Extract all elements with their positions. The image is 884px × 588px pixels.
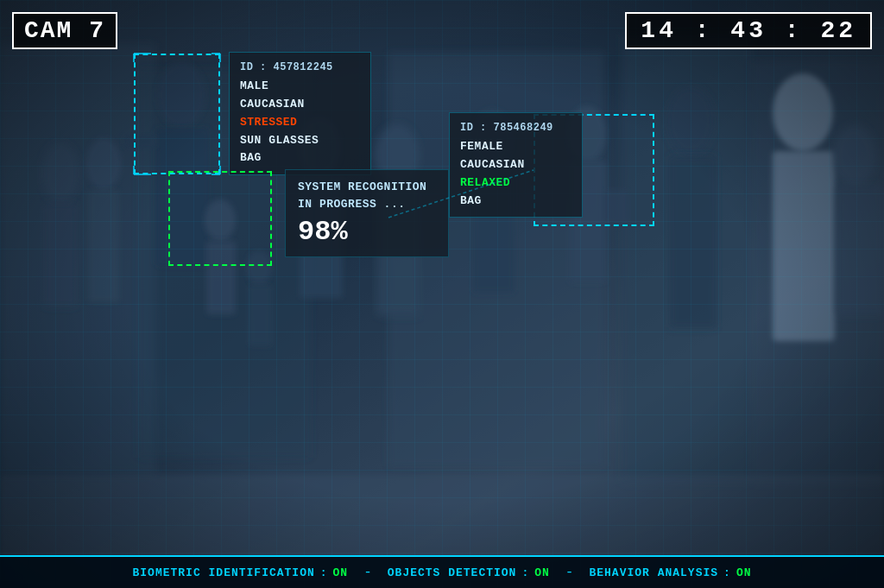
cam-label: CAM 7 [12, 12, 117, 49]
gender-1: MALE [240, 78, 360, 96]
timestamp: 14 : 43 : 22 [625, 12, 872, 49]
status-biometric: BIOMETRIC IDENTIFICATION : ON [133, 566, 349, 579]
detection-box-male [134, 54, 220, 174]
status-behavior: BEHAVIOR ANALYSIS : ON [589, 566, 751, 579]
ethnicity-1: CAUCASIAN [240, 96, 360, 114]
ethnicity-2: CAUCASIAN [460, 156, 571, 174]
status-bar: BIOMETRIC IDENTIFICATION : ON - OBJECTS … [0, 555, 884, 588]
separator-2: - [565, 565, 574, 580]
colon-2: : [521, 566, 529, 579]
objects-label: OBJECTS DETECTION [388, 566, 517, 579]
biometric-value: ON [333, 566, 349, 579]
biometric-label: BIOMETRIC IDENTIFICATION [133, 566, 315, 579]
objects-value: ON [534, 566, 550, 579]
status-objects: OBJECTS DETECTION : ON [388, 566, 550, 579]
behavior-value: ON [736, 566, 752, 579]
attr-glasses: SUN GLASSES [240, 132, 360, 150]
gender-2: FEMALE [460, 138, 571, 156]
attr-bag-2: BAG [460, 193, 571, 211]
colon-1: : [320, 566, 328, 579]
separator-1: - [363, 565, 372, 580]
emotion-1: STRESSED [240, 114, 360, 132]
recognition-panel: SYSTEM RECOGNITIONIN PROGRESS ... 98% [285, 169, 449, 257]
detection-id-2: ID : 785468249 [460, 120, 571, 136]
surveillance-screen: CAM 7 14 : 43 : 22 ID : 457812245 MALE C… [0, 0, 884, 588]
emotion-2: RELAXED [460, 174, 571, 193]
info-panel-male: ID : 457812245 MALE CAUCASIAN STRESSED S… [229, 52, 371, 175]
attr-bag-1: BAG [240, 149, 360, 168]
vignette [0, 0, 884, 588]
recognition-percent: 98% [298, 216, 436, 248]
recognition-title: SYSTEM RECOGNITIONIN PROGRESS ... [298, 179, 436, 212]
detection-id-1: ID : 457812245 [240, 60, 360, 76]
colon-3: : [723, 566, 731, 579]
recognition-box [168, 171, 272, 266]
info-panel-female: ID : 785468249 FEMALE CAUCASIAN RELAXED … [449, 112, 583, 218]
behavior-label: BEHAVIOR ANALYSIS [589, 566, 718, 579]
